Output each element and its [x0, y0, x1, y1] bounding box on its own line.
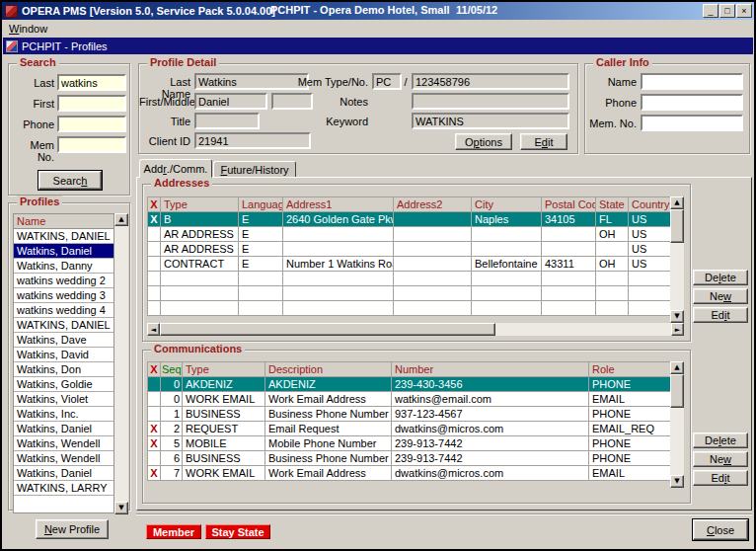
search-first-input[interactable] [57, 95, 126, 112]
table-row[interactable]: 0AKDENIZAKDENIZ239-430-3456PHONE [148, 377, 671, 392]
table-row[interactable]: X7WORK EMAILWork Email Addressdwatkins@m… [148, 466, 671, 481]
scroll-track[interactable] [495, 323, 671, 336]
column-header[interactable]: Language [239, 197, 283, 212]
column-header[interactable]: Number [392, 362, 589, 377]
scroll-track[interactable] [670, 243, 684, 310]
title-field[interactable] [194, 113, 260, 129]
profiles-name-header[interactable]: Name [13, 213, 114, 229]
table-row[interactable]: 6BUSINESSBusiness Phone Number239-913-74… [148, 451, 671, 466]
column-header[interactable]: Type [161, 197, 239, 212]
list-item[interactable]: watkins wedding 4 [14, 303, 113, 318]
column-header[interactable]: Postal Code [542, 197, 596, 212]
scroll-thumb[interactable] [160, 323, 495, 336]
minimize-icon[interactable]: _ [703, 4, 718, 18]
list-item[interactable]: Watkins, Daniel [14, 466, 113, 481]
table-row[interactable] [148, 301, 671, 316]
table-row[interactable]: X5MOBILEMobile Phone Number239-913-7442P… [148, 436, 671, 451]
scroll-up-icon[interactable]: ▲ [114, 213, 128, 226]
scroll-up-icon[interactable]: ▲ [670, 361, 684, 374]
column-header[interactable]: Country [629, 197, 671, 212]
table-row[interactable] [148, 272, 671, 286]
column-header[interactable]: Seq [161, 362, 183, 377]
maximize-icon[interactable]: □ [719, 4, 735, 18]
scroll-track[interactable] [670, 408, 684, 475]
list-item[interactable]: Watkins, Danny [14, 259, 113, 274]
communications-new-button[interactable]: New [693, 451, 748, 467]
column-header[interactable]: Role [589, 362, 671, 377]
mem-type-field[interactable] [372, 73, 402, 90]
column-header[interactable]: City [472, 197, 542, 212]
addresses-new-button[interactable]: New [693, 288, 748, 304]
column-header[interactable]: X [148, 362, 161, 377]
new-profile-button[interactable]: New Profile [36, 519, 109, 539]
addresses-delete-button[interactable]: Delete [693, 270, 748, 285]
client-id-field[interactable] [194, 132, 311, 149]
caller-name-input[interactable] [641, 73, 743, 90]
table-row[interactable]: 1BUSINESSBusiness Phone Number937-123-45… [148, 407, 671, 422]
table-row[interactable]: XBE2640 Golden Gate Pkwy Ste 2Naples3410… [148, 212, 671, 227]
list-item[interactable]: Watkins, Wendell [14, 451, 113, 466]
list-item[interactable]: watkins wedding 2 [14, 274, 113, 288]
edit-profile-button[interactable]: Edit [520, 133, 567, 150]
scroll-down-icon[interactable]: ▼ [114, 502, 128, 514]
last-name-field[interactable] [194, 73, 309, 90]
column-header[interactable]: Description [265, 362, 392, 377]
communications-vscrollbar[interactable]: ▲ ▼ [670, 361, 684, 488]
list-item[interactable]: Watkins, Don [14, 362, 113, 377]
tab-future-history[interactable]: Future/History [213, 161, 296, 178]
scroll-down-icon[interactable]: ▼ [670, 475, 684, 488]
scroll-up-icon[interactable]: ▲ [670, 197, 684, 209]
list-item[interactable]: WATKINS, LARRY [14, 481, 113, 496]
column-header[interactable]: X [148, 197, 161, 212]
profiles-scrollbar[interactable]: ▲ ▼ [114, 213, 128, 514]
notes-field[interactable] [412, 93, 569, 110]
list-item[interactable]: Watkins, Goldie [14, 377, 113, 392]
list-item[interactable]: Watkins, Daniel [14, 422, 113, 436]
first-name-field[interactable] [194, 93, 267, 110]
addresses-vscrollbar[interactable]: ▲ ▼ [670, 197, 684, 323]
search-button[interactable]: Search [38, 171, 102, 190]
table-row[interactable]: CONTRACTENumber 1 Watkins RoadBellefonta… [148, 257, 671, 272]
table-row[interactable]: AR ADDRESSEOHUS [148, 227, 671, 242]
list-item[interactable]: Watkins, David [14, 348, 113, 362]
list-item[interactable]: WATKINS, DANIEL [14, 229, 113, 244]
communications-delete-button[interactable]: Delete [693, 433, 748, 448]
scroll-down-icon[interactable]: ▼ [670, 310, 684, 323]
search-phone-input[interactable] [57, 116, 126, 132]
column-header[interactable]: Type [183, 362, 265, 377]
window-titlebar[interactable]: OPERA PMS [Version 5.0, Service Pack 5.0… [2, 2, 754, 20]
mem-no-field[interactable] [412, 73, 569, 90]
list-item[interactable]: Watkins, Dave [14, 333, 113, 348]
close-icon[interactable]: × [736, 4, 752, 18]
list-item[interactable]: Watkins, Violet [14, 392, 113, 407]
table-row[interactable]: X2REQUESTEmail Requestdwatkins@micros.co… [148, 422, 671, 436]
addresses-edit-button[interactable]: Edit [693, 307, 748, 323]
list-item[interactable]: watkins wedding 3 [14, 288, 113, 303]
list-item[interactable]: WATKINS, DANIEL [14, 318, 113, 333]
scroll-track[interactable] [114, 226, 128, 502]
search-last-input[interactable] [57, 74, 126, 91]
menu-window[interactable]: Window [9, 23, 47, 35]
caller-mem-input[interactable] [641, 115, 743, 131]
close-button[interactable]: Close [693, 519, 748, 540]
table-row[interactable]: AR ADDRESSEUS [148, 242, 671, 257]
list-item[interactable]: Watkins, Wendell [14, 436, 113, 451]
keyword-field[interactable] [412, 113, 569, 129]
search-mem-input[interactable] [57, 136, 126, 153]
column-header[interactable]: Address1 [283, 197, 394, 212]
tab-addr-comm[interactable]: Addr./Comm. [139, 159, 212, 178]
table-row[interactable]: 0WORK EMAILWork Email Addresswatkins@ema… [148, 392, 671, 407]
communications-edit-button[interactable]: Edit [693, 470, 748, 486]
scroll-thumb[interactable] [670, 374, 684, 408]
column-header[interactable]: State [596, 197, 629, 212]
caller-phone-input[interactable] [641, 94, 743, 111]
table-row[interactable] [148, 286, 671, 301]
options-button[interactable]: Options [455, 133, 512, 150]
list-item[interactable]: Watkins, Inc. [14, 407, 113, 422]
list-item[interactable]: Watkins, Daniel [14, 244, 113, 259]
column-header[interactable]: Address2 [394, 197, 472, 212]
addresses-hscrollbar[interactable]: ◄ ► [147, 323, 684, 336]
scroll-left-icon[interactable]: ◄ [147, 323, 160, 336]
scroll-thumb[interactable] [670, 209, 684, 243]
scroll-right-icon[interactable]: ► [671, 323, 684, 336]
